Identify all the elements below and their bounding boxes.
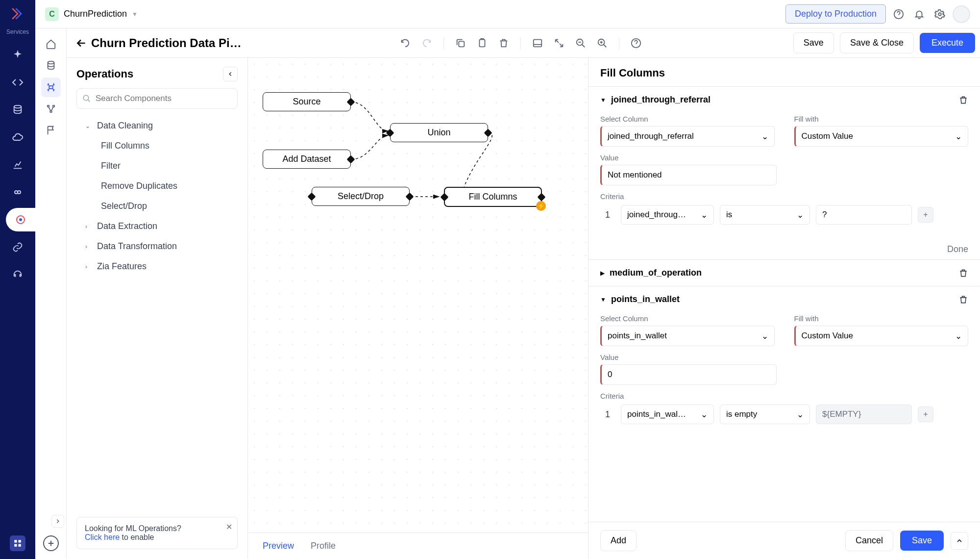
fill-with-dropdown[interactable]: Custom Value⌄	[794, 326, 969, 346]
rail-apps-icon[interactable]	[10, 535, 25, 551]
select-column-dropdown[interactable]: points_in_wallet⌄	[600, 326, 775, 346]
svg-rect-15	[534, 39, 542, 47]
svg-point-0	[14, 105, 22, 108]
execute-button[interactable]: Execute	[920, 33, 975, 53]
zoom-in-icon[interactable]	[593, 34, 611, 52]
fill-with-dropdown[interactable]: Custom Value⌄	[794, 126, 969, 147]
rail-analytics-icon[interactable]	[6, 153, 29, 177]
tab-preview[interactable]: Preview	[263, 539, 294, 553]
project-caret-icon[interactable]: ▼	[132, 11, 138, 18]
delete-section-icon[interactable]	[958, 295, 968, 305]
tree-zia-features[interactable]: ›Zia Features	[71, 256, 244, 277]
save-button[interactable]: Save	[793, 32, 834, 53]
svg-point-11	[52, 105, 54, 107]
panel-add-button[interactable]: Add	[600, 530, 637, 551]
value-input[interactable]: Not mentioned	[600, 165, 777, 185]
cfg-section-points: ▼ points_in_wallet Select Column points_…	[588, 286, 980, 433]
tree-data-transformation[interactable]: ›Data Transformation	[71, 236, 244, 256]
add-circle-icon[interactable]	[43, 535, 59, 551]
graph-icon[interactable]	[41, 99, 61, 119]
back-arrow-icon[interactable]	[72, 33, 91, 53]
criteria-op-dropdown[interactable]: is⌄	[720, 205, 810, 225]
delete-section-icon[interactable]	[958, 95, 968, 105]
panel-bottom-icon[interactable]	[529, 34, 546, 52]
avatar[interactable]	[953, 5, 970, 23]
collapse-sidebar-icon[interactable]	[223, 67, 238, 81]
add-criteria-icon[interactable]: +	[918, 407, 933, 422]
cfg-head-medium[interactable]: ▶ medium_of_operation	[588, 260, 980, 286]
close-hint-icon[interactable]: ✕	[226, 522, 232, 532]
zoom-out-icon[interactable]	[572, 34, 589, 52]
ml-hint-banner: ✕ Looking for ML Operations? Click here …	[76, 517, 238, 549]
config-panel: Fill Columns ▼ joined_through_referral S…	[588, 58, 980, 559]
search-icon	[82, 94, 91, 103]
rail-infinity-icon[interactable]	[6, 180, 29, 204]
panel-footer: Add Cancel Save	[588, 522, 980, 559]
panel-save-button[interactable]: Save	[900, 531, 944, 551]
tree-leaf-filter[interactable]: Filter	[71, 156, 244, 176]
criteria-column-dropdown[interactable]: points_in_wal…⌄	[621, 405, 714, 424]
done-button[interactable]: Done	[947, 244, 968, 254]
select-column-dropdown[interactable]: joined_through_referral⌄	[600, 126, 775, 147]
svg-rect-6	[19, 544, 21, 547]
help-icon[interactable]	[891, 6, 906, 22]
logo-icon	[9, 5, 26, 23]
rail-link-icon[interactable]	[6, 235, 29, 259]
tree-leaf-fill-columns[interactable]: Fill Columns	[71, 136, 244, 156]
project-badge: C	[45, 7, 59, 21]
delete-section-icon[interactable]	[958, 268, 968, 278]
warning-badge-icon: ⚡	[536, 201, 546, 211]
gear-icon[interactable]	[932, 6, 948, 22]
tree-leaf-remove-duplicates[interactable]: Remove Duplicates	[71, 176, 244, 196]
deploy-button[interactable]: Deploy to Production	[785, 4, 886, 24]
criteria-value-input[interactable]: ?	[816, 205, 912, 225]
node-union[interactable]: Union	[390, 123, 488, 142]
tree-leaf-select-drop[interactable]: Select/Drop	[71, 196, 244, 216]
bell-icon[interactable]	[911, 6, 927, 22]
pipeline-icon[interactable]	[41, 77, 61, 97]
add-criteria-icon[interactable]: +	[918, 207, 933, 223]
rail-headset-icon[interactable]	[6, 263, 29, 286]
help-tool-icon[interactable]	[627, 34, 645, 52]
datasets-icon[interactable]	[41, 56, 61, 76]
home-icon[interactable]	[41, 34, 61, 54]
nav-rail: Services	[0, 0, 35, 559]
cfg-head-points[interactable]: ▼ points_in_wallet	[588, 286, 980, 312]
rail-code-icon[interactable]	[6, 71, 29, 94]
clipboard-icon[interactable]	[473, 34, 491, 52]
rail-cloud-icon[interactable]	[6, 126, 29, 149]
expand-icon[interactable]	[550, 34, 568, 52]
chevron-down-icon: ⌄	[761, 131, 768, 142]
rail-ml-icon[interactable]	[6, 208, 35, 231]
collapse-panel-icon[interactable]	[951, 532, 968, 550]
save-close-button[interactable]: Save & Close	[840, 32, 914, 53]
criteria-op-dropdown[interactable]: is empty⌄	[720, 405, 810, 424]
rail-spark-icon[interactable]	[6, 43, 29, 67]
project-name[interactable]: ChurnPrediction	[64, 9, 127, 19]
search-input[interactable]	[76, 88, 238, 109]
svg-point-2	[19, 218, 22, 221]
svg-point-9	[48, 61, 54, 64]
cfg-head-joined[interactable]: ▼ joined_through_referral	[588, 87, 980, 113]
expand-subrail-icon[interactable]	[51, 515, 64, 528]
node-select-drop[interactable]: Select/Drop	[312, 187, 410, 206]
tab-profile[interactable]: Profile	[311, 539, 336, 553]
node-source[interactable]: Source	[263, 92, 351, 111]
undo-icon[interactable]	[396, 34, 414, 52]
tree-data-extraction[interactable]: ›Data Extraction	[71, 216, 244, 236]
node-fill-columns[interactable]: Fill Columns⚡	[444, 187, 542, 207]
value-input[interactable]: 0	[600, 364, 777, 385]
caret-down-icon: ▼	[600, 97, 606, 103]
svg-rect-4	[19, 540, 21, 542]
rail-database-icon[interactable]	[6, 98, 29, 122]
flag-icon[interactable]	[41, 121, 61, 140]
canvas[interactable]: Source Add Dataset Union Select/Drop Fil…	[248, 58, 588, 533]
tree-data-cleaning[interactable]: ⌄Data Cleaning	[71, 116, 244, 136]
trash-icon[interactable]	[495, 34, 513, 52]
chevron-down-icon: ⌄	[955, 131, 962, 142]
enable-ml-link[interactable]: Click here	[85, 533, 120, 541]
node-add-dataset[interactable]: Add Dataset	[263, 150, 351, 169]
copy-icon[interactable]	[452, 34, 469, 52]
criteria-column-dropdown[interactable]: joined_throug…⌄	[621, 205, 714, 225]
panel-cancel-button[interactable]: Cancel	[845, 530, 893, 551]
